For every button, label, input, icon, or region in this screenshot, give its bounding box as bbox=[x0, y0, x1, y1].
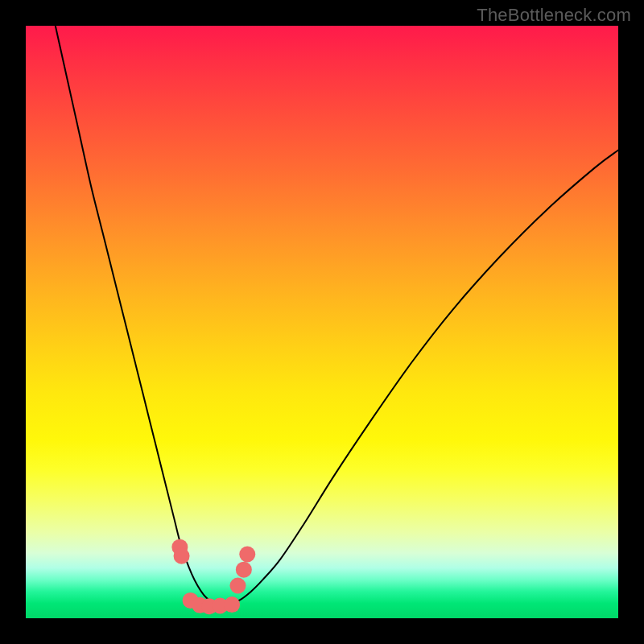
data-marker bbox=[239, 547, 255, 563]
curve-layer bbox=[56, 26, 618, 606]
plot-area bbox=[26, 26, 618, 618]
bottleneck-curve bbox=[56, 26, 618, 606]
chart-svg bbox=[26, 26, 618, 618]
data-marker bbox=[174, 548, 190, 564]
data-marker bbox=[224, 597, 240, 613]
chart-frame: TheBottleneck.com bbox=[0, 0, 644, 644]
marker-layer bbox=[171, 539, 255, 615]
data-marker bbox=[229, 578, 246, 594]
data-marker bbox=[236, 562, 252, 578]
watermark-text: TheBottleneck.com bbox=[477, 5, 631, 26]
